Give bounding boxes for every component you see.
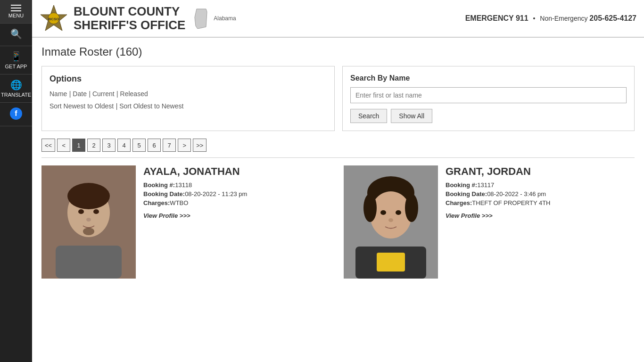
globe-icon: 🌐: [10, 79, 22, 90]
pagination: << < 1 2 3 4 5 6 7 > >>: [41, 139, 635, 152]
sidebar-get-app-label: GET APP: [5, 64, 27, 69]
facebook-icon: f: [10, 107, 22, 120]
svg-point-18: [388, 218, 393, 222]
view-profile-2[interactable]: View Profile >>>: [446, 212, 493, 219]
filter-released-link[interactable]: Released: [120, 90, 148, 98]
sidebar-translate-label: TRANSLATE: [1, 92, 31, 98]
inmate-photo-1: [41, 165, 136, 279]
sort-newest-link[interactable]: Sort Newest to Oldest: [50, 102, 114, 110]
pagination-page-4[interactable]: 4: [117, 139, 131, 152]
svg-point-14: [363, 194, 377, 222]
svg-point-6: [78, 209, 84, 214]
view-profile-1[interactable]: View Profile >>>: [143, 212, 190, 219]
main-content: BCSO BLOUNT COUNTY SHERIFF'S OFFICE Alab…: [32, 0, 644, 362]
search-input[interactable]: [350, 87, 627, 103]
sidebar-item-search[interactable]: 🔍: [0, 24, 32, 46]
search-label: Search By Name: [350, 74, 627, 82]
pagination-prev[interactable]: <: [57, 139, 70, 152]
inmate-booking-date-1: Booking Date:08-20-2022 - 11:23 pm: [143, 190, 332, 197]
options-panel: Options Name | Date | Current | Released…: [41, 66, 335, 131]
sort-oldest-link[interactable]: Sort Oldest to Newest: [119, 102, 183, 110]
sort-links: Sort Newest to Oldest | Sort Oldest to N…: [50, 102, 327, 110]
pagination-page-1[interactable]: 1: [72, 139, 85, 152]
options-search-row: Options Name | Date | Current | Released…: [41, 66, 635, 131]
inmate-row: AYALA, JONATHAN Booking #:13118 Booking …: [41, 157, 635, 286]
non-emergency-label: Non-Emergency: [540, 15, 587, 22]
svg-point-8: [86, 218, 91, 222]
header-left: BCSO BLOUNT COUNTY SHERIFF'S OFFICE Alab…: [40, 4, 236, 33]
svg-point-5: [67, 183, 110, 209]
inmate-card-2: GRANT, JORDAN Booking #:13117 Booking Da…: [344, 165, 635, 279]
show-all-button[interactable]: Show All: [391, 109, 432, 123]
emergency-info: EMERGENCY 911 • Non-Emergency 205-625-41…: [465, 14, 636, 23]
phone-icon: 📱: [10, 51, 22, 62]
hamburger-icon: [11, 5, 21, 11]
options-title: Options: [50, 74, 327, 84]
svg-point-17: [396, 210, 401, 215]
search-button[interactable]: Search: [350, 109, 387, 123]
alabama-map-icon: [193, 8, 210, 29]
inmate-charges-2: Charges:THEFT OF PROPERTY 4TH: [446, 199, 635, 206]
svg-point-15: [405, 194, 418, 222]
inmate-name-1: AYALA, JONATHAN: [143, 165, 332, 178]
inmate-booking-date-2: Booking Date:08-20-2022 - 3:46 pm: [446, 190, 635, 197]
pagination-first[interactable]: <<: [41, 139, 55, 152]
agency-name-line1: BLOUNT COUNTY: [74, 5, 185, 18]
sidebar-item-facebook[interactable]: f: [0, 103, 32, 126]
inmate-card-1: AYALA, JONATHAN Booking #:13118 Booking …: [41, 165, 332, 279]
pagination-next[interactable]: >: [178, 139, 191, 152]
pagination-page-5[interactable]: 5: [132, 139, 146, 152]
site-header: BCSO BLOUNT COUNTY SHERIFF'S OFFICE Alab…: [32, 0, 644, 38]
svg-point-9: [83, 228, 94, 235]
sidebar-menu-label: MENU: [8, 13, 24, 18]
inmate-info-2: GRANT, JORDAN Booking #:13117 Booking Da…: [446, 165, 635, 279]
inmate-booking-num-2: Booking #:13117: [446, 181, 635, 189]
sidebar: MENU 🔍 📱 GET APP 🌐 TRANSLATE f: [0, 0, 32, 362]
sheriff-badge-icon: BCSO: [40, 4, 68, 33]
state-label: Alabama: [214, 15, 236, 22]
filter-name-link[interactable]: Name: [50, 90, 67, 98]
page-content: Inmate Roster (160) Options Name | Date …: [32, 38, 644, 362]
separator: •: [533, 15, 536, 22]
search-buttons: Search Show All: [350, 109, 627, 123]
svg-point-7: [93, 209, 99, 214]
page-title: Inmate Roster (160): [41, 45, 635, 58]
pagination-page-7[interactable]: 7: [163, 139, 176, 152]
inmate-info-1: AYALA, JONATHAN Booking #:13118 Booking …: [143, 165, 332, 279]
agency-name-line2: SHERIFF'S OFFICE: [74, 18, 185, 32]
pagination-last[interactable]: >>: [193, 139, 206, 152]
non-emergency-number: 205-625-4127: [589, 14, 636, 22]
search-icon: 🔍: [10, 28, 22, 40]
filter-date-link[interactable]: Date: [73, 90, 87, 98]
emergency-number: EMERGENCY 911: [465, 14, 528, 22]
svg-rect-10: [56, 246, 122, 279]
search-panel: Search By Name Search Show All: [342, 66, 635, 131]
svg-point-16: [380, 210, 386, 215]
inmate-charges-1: Charges:WTBO: [143, 199, 332, 206]
agency-title: BLOUNT COUNTY SHERIFF'S OFFICE: [74, 5, 185, 32]
filter-current-link[interactable]: Current: [92, 90, 115, 98]
pagination-page-2[interactable]: 2: [87, 139, 100, 152]
pagination-page-6[interactable]: 6: [148, 139, 161, 152]
svg-point-13: [370, 191, 412, 239]
inmate-photo-2: [344, 165, 438, 279]
inmate-name-2: GRANT, JORDAN: [446, 165, 635, 178]
inmate-booking-num-1: Booking #:13118: [143, 181, 332, 189]
sidebar-item-translate[interactable]: 🌐 TRANSLATE: [0, 74, 32, 103]
pagination-page-3[interactable]: 3: [102, 139, 116, 152]
sidebar-item-get-app[interactable]: 📱 GET APP: [0, 46, 32, 74]
sidebar-item-menu[interactable]: MENU: [0, 0, 32, 24]
svg-text:BCSO: BCSO: [48, 17, 59, 21]
filter-links: Name | Date | Current | Released: [50, 90, 327, 98]
svg-rect-20: [377, 253, 405, 272]
